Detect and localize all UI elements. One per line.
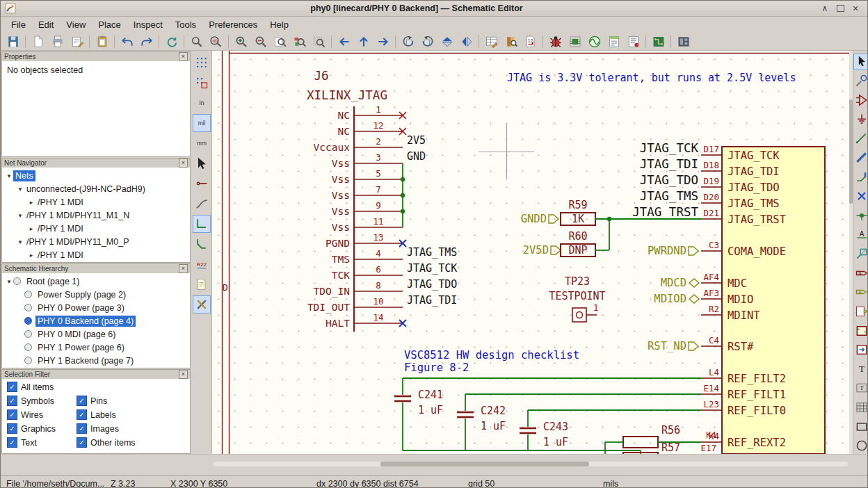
pin-name[interactable]: JTAG_TMS (728, 197, 780, 210)
hidden-pins-button[interactable] (193, 174, 211, 193)
net-tree-item[interactable]: ▾unconnected-(J9H-NC-PadH9) (2, 182, 190, 195)
net-tree-label[interactable]: /PHY 1 MDI (35, 250, 86, 261)
filter-checkbox-other-items[interactable]: ✓Other items (77, 437, 185, 448)
rotate-ccw-button[interactable] (399, 33, 417, 50)
nav-up-button[interactable] (354, 33, 373, 50)
pin-number[interactable]: D18 (703, 160, 719, 170)
net-tree-label[interactable]: /PHY 1 MDI/PHY11_M0_P (24, 236, 131, 247)
close-icon[interactable]: × (179, 264, 188, 273)
menu-tools[interactable]: Tools (169, 17, 202, 32)
net-tree-item[interactable]: ▾Nets (2, 169, 190, 182)
menu-place[interactable]: Place (92, 17, 127, 32)
nav-forward-button[interactable] (373, 33, 392, 50)
grid-overrides-button[interactable] (193, 74, 211, 92)
net-tree-item[interactable]: ▾/PHY 1 MDI/PHY11_M0_P (2, 235, 190, 248)
panel-settings-button[interactable] (193, 295, 211, 314)
pin-name[interactable]: TMS (332, 254, 350, 265)
hierarchical-label-tool-button[interactable]: A (853, 284, 868, 301)
net-label[interactable]: JTAG_TRST (632, 205, 698, 219)
pin-name[interactable]: NC (338, 126, 350, 137)
pin-name[interactable]: RST# (728, 341, 754, 353)
filter-checkbox-text[interactable]: ✓Text (7, 437, 77, 448)
hierarchy-sheet-label[interactable]: Root (page 1) (24, 276, 81, 287)
unit-mils-button[interactable]: mil (193, 114, 211, 132)
tree-expand-icon[interactable]: ▸ (27, 199, 35, 206)
hierarchy-sheet-label[interactable]: PHY 0 MDI (page 6) (35, 329, 118, 340)
close-icon[interactable]: × (179, 370, 188, 379)
place-power-tool-button[interactable] (853, 111, 868, 128)
print-button[interactable] (48, 33, 67, 50)
vss-bus-wire[interactable] (401, 163, 405, 227)
pin-name[interactable]: PGND (326, 238, 350, 249)
table-tool-button[interactable] (853, 399, 868, 416)
resistor-r59[interactable]: R59 1K (561, 199, 595, 225)
hierarchy-sheet-label[interactable]: PHY 0 Power (page 3) (35, 302, 127, 314)
hierarchy-sheet-item[interactable]: PHY 1 Backend (page 7) (2, 354, 190, 367)
filter-checkbox-labels[interactable]: ✓Labels (77, 409, 185, 420)
global-label-tool-button[interactable]: A (853, 265, 868, 282)
vertical-scrollbar[interactable] (849, 51, 853, 454)
pin-name[interactable]: REF_FILT2 (728, 373, 786, 385)
tree-collapse-icon[interactable]: ▾ (5, 172, 13, 179)
bus-entry-tool-button[interactable] (853, 169, 868, 186)
hier-label-mdiod[interactable]: MDIOD (654, 293, 686, 305)
find-button[interactable] (187, 33, 206, 50)
text-tool-button[interactable]: T (853, 361, 868, 377)
pin-number[interactable]: 9 (376, 200, 381, 211)
tree-expand-icon[interactable]: ▸ (27, 225, 35, 232)
net-label-jtag-tdo[interactable]: JTAG_TDO (407, 278, 457, 291)
tree-collapse-icon[interactable]: ▾ (16, 212, 24, 219)
checkbox-icon[interactable]: ✓ (7, 382, 17, 392)
pin-name[interactable]: Vss (332, 190, 350, 201)
pin-number[interactable]: L4 (709, 367, 719, 377)
pin-number[interactable]: C4 (709, 335, 719, 345)
zoom-selection-button[interactable] (310, 33, 328, 50)
wire-tool-button[interactable] (853, 131, 868, 147)
menu-view[interactable]: View (60, 17, 92, 32)
testpoint-tp23[interactable]: TP23 TESTPOINT 1 (549, 275, 605, 322)
net-label[interactable]: JTAG_TMS (640, 189, 698, 203)
pin-name[interactable]: REF_FILT1 (728, 389, 786, 401)
pin-name[interactable]: Vccaux (314, 142, 351, 153)
rotate-cw-button[interactable] (418, 33, 437, 50)
circle-tool-button[interactable] (853, 438, 868, 455)
hierarchy-sheet-item[interactable]: PHY 1 Power (page 6) (2, 341, 190, 354)
hierarchy-sheet-item[interactable]: PHY 0 MDI (page 6) (2, 327, 190, 341)
pin-number[interactable]: R2 (709, 304, 719, 314)
find-replace-button[interactable]: ab (207, 33, 225, 50)
c241-value[interactable]: 1 uF (418, 404, 443, 416)
pin-name[interactable]: MDC (728, 277, 747, 290)
netclass-directive-tool-button[interactable] (853, 245, 868, 262)
mirror-horizontal-button[interactable] (457, 33, 476, 50)
maximize-button[interactable] (833, 3, 848, 14)
pin-number[interactable]: D21 (703, 208, 719, 218)
pin-number[interactable]: 1 (376, 104, 381, 115)
minimize-button[interactable]: ∧ (817, 3, 833, 14)
pin-number[interactable]: 13 (373, 232, 383, 243)
netlist-button[interactable] (624, 33, 643, 50)
menu-inspect[interactable]: Inspect (127, 17, 169, 32)
net-label-2v5[interactable]: 2V5 (407, 134, 426, 147)
hierarchy-sheet-item[interactable]: Power Supply (page 2) (2, 288, 190, 301)
zoom-in-button[interactable] (232, 33, 250, 50)
c242-value[interactable]: 1 uF (481, 420, 506, 432)
wiring-45-button[interactable] (193, 235, 211, 253)
paste-button[interactable] (93, 33, 111, 50)
net-label-gnd[interactable]: GND (407, 150, 426, 163)
textbox-tool-button[interactable]: T (853, 380, 868, 397)
redo-button[interactable] (137, 33, 156, 50)
symbol-library-links-button[interactable] (501, 33, 520, 50)
filter-checkbox-all-items[interactable]: ✓All items (7, 382, 185, 392)
hierarchy-sheet-item[interactable]: PHY 0 Backend (page 4) (2, 314, 190, 327)
erc-button[interactable] (546, 33, 565, 50)
net-tree-item[interactable]: ▾/PHY 1 MDI/PHY11_M1_N (2, 209, 190, 222)
pin-name[interactable]: NC (338, 110, 350, 121)
net-label[interactable]: JTAG_TDO (640, 173, 698, 187)
connector-value[interactable]: XILINX_JTAG (307, 88, 387, 102)
undo-button[interactable] (118, 33, 136, 50)
checkbox-icon[interactable]: ✓ (77, 423, 87, 434)
net-tree-label[interactable]: Nets (13, 170, 35, 181)
select-tool-button[interactable] (853, 54, 868, 70)
hierarchy-sheet-label[interactable]: Power Supply (page 2) (35, 289, 128, 300)
sheet-pin-tool-button[interactable] (853, 303, 868, 320)
